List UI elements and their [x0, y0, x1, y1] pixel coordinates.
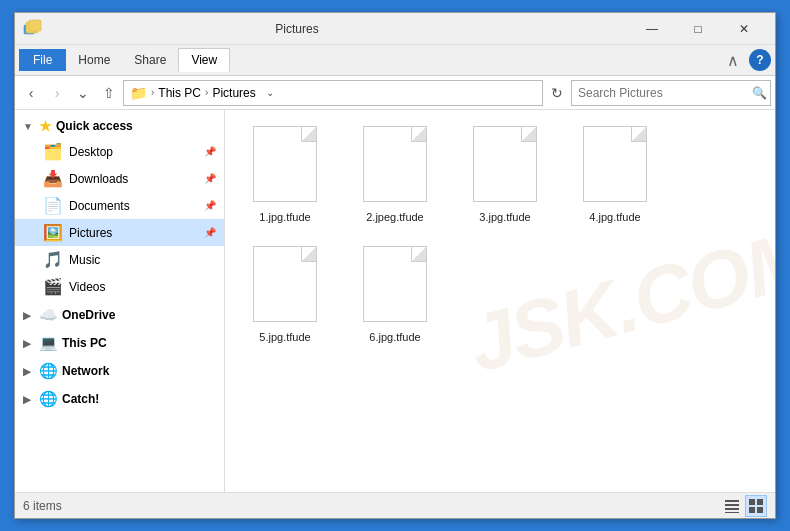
- file-name: 6.jpg.tfude: [369, 330, 420, 344]
- file-page-icon: [363, 126, 427, 202]
- file-name: 4.jpg.tfude: [589, 210, 640, 224]
- sidebar-item-downloads-label: Downloads: [69, 172, 128, 186]
- file-page-icon: [253, 126, 317, 202]
- file-thumbnail: [470, 126, 540, 206]
- tab-view[interactable]: View: [178, 48, 230, 72]
- desktop-pin-icon: 📌: [204, 146, 216, 157]
- thispc-header[interactable]: ▶ 💻 This PC: [15, 330, 224, 356]
- view-controls: [721, 495, 767, 517]
- path-box[interactable]: 📁 › This PC › Pictures ⌄: [123, 80, 543, 106]
- path-arrow-2: ›: [205, 87, 208, 98]
- file-page-icon: [583, 126, 647, 202]
- file-page-icon: [473, 126, 537, 202]
- onedrive-header[interactable]: ▶ ☁️ OneDrive: [15, 302, 224, 328]
- refresh-button[interactable]: ↻: [545, 81, 569, 105]
- svg-rect-6: [725, 512, 739, 513]
- ribbon: File Home Share View ∧ ?: [15, 45, 775, 76]
- file-item[interactable]: 3.jpg.tfude: [455, 120, 555, 230]
- sidebar-item-pictures-label: Pictures: [69, 226, 112, 240]
- tab-home[interactable]: Home: [66, 49, 122, 71]
- network-label: Network: [62, 364, 109, 378]
- onedrive-label: OneDrive: [62, 308, 115, 322]
- svg-rect-3: [725, 500, 739, 502]
- file-item[interactable]: 6.jpg.tfude: [345, 240, 445, 350]
- sidebar-item-videos-label: Videos: [69, 280, 105, 294]
- status-bar: 6 items: [15, 492, 775, 518]
- search-icon-button[interactable]: 🔍: [752, 86, 767, 100]
- documents-folder-icon: 📄: [43, 196, 63, 215]
- file-item[interactable]: 4.jpg.tfude: [565, 120, 665, 230]
- svg-rect-5: [725, 508, 739, 510]
- path-segment-thispc[interactable]: This PC: [158, 86, 201, 100]
- network-icon: 🌐: [39, 362, 58, 380]
- up-button[interactable]: ⇧: [97, 81, 121, 105]
- minimize-button[interactable]: —: [629, 13, 675, 45]
- sidebar-item-videos[interactable]: 🎬 Videos: [15, 273, 224, 300]
- file-name: 2.jpeg.tfude: [366, 210, 424, 224]
- help-button[interactable]: ?: [749, 49, 771, 71]
- sidebar-item-documents[interactable]: 📄 Documents 📌: [15, 192, 224, 219]
- network-header[interactable]: ▶ 🌐 Network: [15, 358, 224, 384]
- path-segment-pictures[interactable]: Pictures: [212, 86, 255, 100]
- quick-access-star-icon: ★: [39, 118, 52, 134]
- catch-section: ▶ 🌐 Catch!: [15, 386, 224, 412]
- ribbon-expand-button[interactable]: ∧: [721, 48, 745, 72]
- file-area: JSK.COM 1.jpg.tfude 2.jpeg.tfude: [225, 110, 775, 492]
- search-wrap: 🔍: [571, 80, 771, 106]
- videos-folder-icon: 🎬: [43, 277, 63, 296]
- svg-rect-7: [749, 499, 755, 505]
- file-thumbnail: [360, 126, 430, 206]
- thispc-label: This PC: [62, 336, 107, 350]
- pictures-folder-icon: 🖼️: [43, 223, 63, 242]
- sidebar-item-music[interactable]: 🎵 Music: [15, 246, 224, 273]
- onedrive-section: ▶ ☁️ OneDrive: [15, 302, 224, 328]
- close-button[interactable]: ✕: [721, 13, 767, 45]
- file-item[interactable]: 2.jpeg.tfude: [345, 120, 445, 230]
- maximize-button[interactable]: □: [675, 13, 721, 45]
- quick-access-section: ▼ ★ Quick access 🗂️ Desktop 📌 📥 Download…: [15, 114, 224, 300]
- sidebar-item-pictures[interactable]: 🖼️ Pictures 📌: [15, 219, 224, 246]
- network-expand-icon: ▶: [23, 366, 35, 377]
- back-button[interactable]: ‹: [19, 81, 43, 105]
- file-thumbnail: [580, 126, 650, 206]
- file-name: 1.jpg.tfude: [259, 210, 310, 224]
- thispc-section: ▶ 💻 This PC: [15, 330, 224, 356]
- sidebar-item-music-label: Music: [69, 253, 100, 267]
- desktop-folder-icon: 🗂️: [43, 142, 63, 161]
- quick-access-header[interactable]: ▼ ★ Quick access: [15, 114, 224, 138]
- thispc-icon: 💻: [39, 334, 58, 352]
- svg-rect-4: [725, 504, 739, 506]
- ribbon-tabs: File Home Share View ∧ ?: [15, 45, 775, 75]
- sidebar-item-downloads[interactable]: 📥 Downloads 📌: [15, 165, 224, 192]
- file-name: 5.jpg.tfude: [259, 330, 310, 344]
- tab-share[interactable]: Share: [122, 49, 178, 71]
- forward-button[interactable]: ›: [45, 81, 69, 105]
- tab-file[interactable]: File: [19, 49, 66, 71]
- path-icon: 📁: [130, 85, 147, 101]
- title-bar: Pictures — □ ✕: [15, 13, 775, 45]
- file-page-icon: [253, 246, 317, 322]
- details-view-button[interactable]: [721, 495, 743, 517]
- network-section: ▶ 🌐 Network: [15, 358, 224, 384]
- file-thumbnail: [250, 246, 320, 326]
- sidebar-item-desktop[interactable]: 🗂️ Desktop 📌: [15, 138, 224, 165]
- address-bar: ‹ › ⌄ ⇧ 📁 › This PC › Pictures ⌄ ↻ 🔍: [15, 76, 775, 110]
- file-item[interactable]: 1.jpg.tfude: [235, 120, 335, 230]
- onedrive-expand-icon: ▶: [23, 310, 35, 321]
- file-thumbnail: [250, 126, 320, 206]
- music-folder-icon: 🎵: [43, 250, 63, 269]
- window-title: Pictures: [0, 22, 629, 36]
- documents-pin-icon: 📌: [204, 200, 216, 211]
- catch-icon: 🌐: [39, 390, 58, 408]
- path-dropdown-button[interactable]: ⌄: [264, 87, 276, 98]
- downloads-pin-icon: 📌: [204, 173, 216, 184]
- window-controls: — □ ✕: [629, 13, 767, 45]
- large-icons-view-button[interactable]: [745, 495, 767, 517]
- explorer-window: Pictures — □ ✕ File Home Share View ∧ ? …: [14, 12, 776, 519]
- file-item[interactable]: 5.jpg.tfude: [235, 240, 335, 350]
- catch-header[interactable]: ▶ 🌐 Catch!: [15, 386, 224, 412]
- path-arrow-1: ›: [151, 87, 154, 98]
- search-input[interactable]: [571, 80, 771, 106]
- dropdown-button[interactable]: ⌄: [71, 81, 95, 105]
- sidebar-item-desktop-label: Desktop: [69, 145, 113, 159]
